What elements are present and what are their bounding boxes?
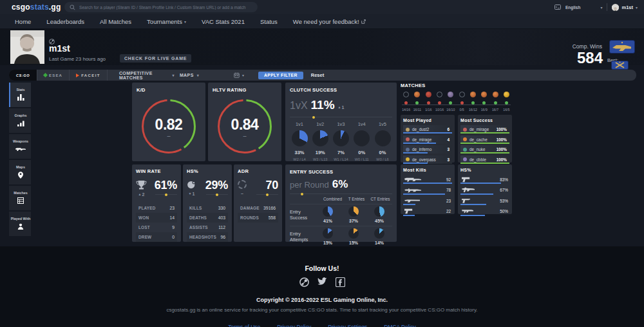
- ak47-icon: [404, 188, 421, 193]
- nav-item-leaderboards[interactable]: Leaderboards: [46, 18, 84, 25]
- player-name: m1st: [49, 43, 70, 54]
- tab-csgo[interactable]: CS:GO: [9, 70, 37, 81]
- nav-item-tournaments[interactable]: Tournaments: [147, 18, 186, 25]
- rank-badge-icon: [448, 92, 453, 97]
- entry-col-t: T Entries: [345, 197, 368, 201]
- entry-attempt-pies: 15% 15% 14%: [315, 228, 392, 245]
- map-progress-bar: [460, 143, 509, 144]
- hltv-value: 0.84: [231, 116, 259, 134]
- facebook-icon[interactable]: [336, 277, 345, 287]
- sidebar-item-graphs[interactable]: Graphs: [9, 108, 31, 133]
- weapon-row[interactable]: 78: [403, 186, 452, 195]
- nav-item-all-matches[interactable]: All Matches: [100, 18, 131, 25]
- map-row[interactable]: de_mirage 4: [403, 135, 452, 144]
- stats-sidebar: Stats Graphs Weapons Maps Matches Played…: [9, 83, 31, 236]
- sidebar-item-played-with[interactable]: Played With: [9, 212, 31, 236]
- map-row[interactable]: de_dust2 6: [403, 125, 452, 134]
- nav-item-feedback[interactable]: We need your feedback!: [293, 18, 366, 25]
- stat-row: LOST 9: [136, 223, 177, 232]
- map-row[interactable]: de_cbble 100%: [460, 155, 509, 164]
- sidebar-item-maps[interactable]: Maps: [9, 160, 31, 184]
- sidebar-item-weapons[interactable]: Weapons: [9, 134, 31, 159]
- tab-esea[interactable]: ESEA: [37, 70, 70, 81]
- weapon-hs-panel: HS% 83% 67% 53% 50%: [458, 164, 512, 214]
- trend-value: 1: [342, 105, 345, 110]
- sidebar-item-stats[interactable]: Stats: [9, 83, 31, 107]
- match-item[interactable]: 16/11: [412, 92, 422, 112]
- most-success-list: de_mirage 100% de_cache 100% de_nuke 100…: [460, 125, 509, 164]
- sidebar-item-matches[interactable]: Matches: [9, 186, 31, 210]
- divider: [206, 194, 228, 195]
- entry-col-combined: Combined: [321, 197, 345, 201]
- match-score: 16/7: [492, 108, 498, 112]
- match-item[interactable]: 0/5: [456, 92, 467, 112]
- footer-link[interactable]: Terms of Use: [228, 324, 260, 327]
- match-item[interactable]: 16/5: [501, 92, 512, 112]
- last-game-text: Last Game 23 hours ago: [49, 56, 106, 62]
- main-nav: Home Leaderboards All Matches Tournament…: [0, 14, 644, 29]
- current-rank-badge-icon[interactable]: [609, 40, 635, 56]
- map-row[interactable]: de_nuke 100%: [460, 145, 509, 154]
- stat-label: WON: [138, 215, 149, 220]
- footer-link[interactable]: DMCA Policy: [384, 324, 416, 327]
- match-item[interactable]: 10/16: [434, 92, 445, 112]
- clutch-vs-label: 1v4: [358, 121, 366, 127]
- match-item[interactable]: 14/16: [401, 92, 412, 112]
- map-progress-bar: [403, 143, 436, 144]
- weapon-row[interactable]: 83%: [460, 175, 509, 184]
- nav-item-status[interactable]: Status: [260, 18, 278, 25]
- panel-title: HS%: [460, 168, 509, 172]
- kd-value: 0.82: [155, 116, 183, 134]
- rank-badge-icon: [426, 92, 431, 97]
- map-row[interactable]: de_mirage 100%: [460, 125, 509, 134]
- date-filter-dropdown[interactable]: [234, 72, 244, 78]
- match-item[interactable]: 16/7: [489, 92, 500, 112]
- map-row[interactable]: de_inferno 3: [403, 145, 452, 154]
- apply-filter-button[interactable]: APPLY FILTER: [258, 72, 303, 79]
- nav-item-vac-stats[interactable]: VAC Stats 2021: [202, 18, 245, 25]
- map-row[interactable]: de_overpass 3: [403, 155, 452, 164]
- weapon-row[interactable]: 22: [403, 207, 452, 216]
- copyright-text: Copyright © 2016-2022 ESL Gaming Online,…: [256, 297, 388, 303]
- player-avatar[interactable]: [10, 30, 44, 64]
- entry-prefix: per Round: [290, 180, 329, 190]
- nav-label: Leaderboards: [46, 18, 84, 25]
- win-rate-trend: 2: [138, 192, 145, 197]
- stat-row: ASSISTS 112: [187, 223, 228, 232]
- pistol-icon: [404, 208, 413, 214]
- site-logo[interactable]: csgostats.gg: [12, 3, 61, 12]
- player-header: m1st Last Game 23 hours ago CHECK FOR LI…: [0, 29, 644, 65]
- reset-button[interactable]: Reset: [311, 72, 324, 78]
- steam-icon[interactable]: [299, 277, 309, 287]
- check-live-game-button[interactable]: CHECK FOR LIVE GAME: [120, 54, 191, 63]
- twitter-icon[interactable]: [317, 277, 327, 287]
- nav-item-home[interactable]: Home: [15, 18, 31, 25]
- weapon-row[interactable]: 92: [403, 175, 452, 184]
- weapon-row[interactable]: 53%: [460, 196, 509, 205]
- maps-dropdown[interactable]: MAPS: [180, 73, 231, 77]
- footer-link[interactable]: Privacy Policy: [277, 324, 311, 327]
- map-name: de_inferno: [412, 147, 447, 152]
- match-item[interactable]: 16/9: [478, 92, 489, 112]
- match-item[interactable]: 16/12: [468, 92, 478, 112]
- map-value: 100%: [497, 137, 507, 142]
- user-menu[interactable]: m1st: [612, 4, 638, 11]
- console-icon[interactable]: [554, 5, 561, 10]
- search-input[interactable]: [79, 5, 252, 10]
- rank-badge-icon: [403, 92, 409, 97]
- weapon-row[interactable]: 67%: [460, 186, 509, 195]
- stat-row: DAMAGE 39166: [238, 203, 278, 213]
- map-icon: [406, 157, 410, 161]
- footer-link[interactable]: Privacy Settings: [328, 324, 367, 327]
- tab-faceit[interactable]: FACEIT: [70, 70, 108, 81]
- match-type-dropdown[interactable]: COMPETITIVE MATCHES: [119, 71, 175, 80]
- weapon-row[interactable]: 50%: [460, 207, 509, 216]
- best-rank-badge-icon[interactable]: [611, 61, 629, 72]
- stat-row: PLAYED 23: [136, 203, 177, 213]
- match-item[interactable]: 1/16: [423, 92, 434, 112]
- map-row[interactable]: de_cache 100%: [460, 135, 509, 144]
- match-score: 16/9: [481, 108, 488, 112]
- match-item[interactable]: 16/10: [445, 92, 456, 112]
- weapon-row[interactable]: 23: [403, 196, 452, 205]
- language-selector[interactable]: English: [565, 5, 603, 10]
